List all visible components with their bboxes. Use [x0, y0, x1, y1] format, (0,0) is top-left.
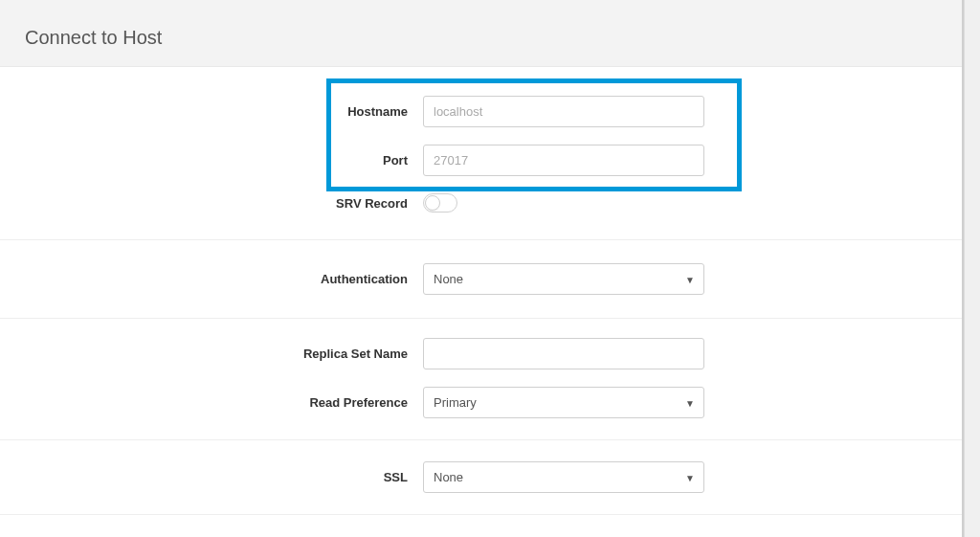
- page-title: Connect to Host: [25, 27, 955, 49]
- authentication-select[interactable]: None: [423, 263, 704, 295]
- row-srv: SRV Record: [0, 193, 980, 213]
- row-hostname: Hostname: [0, 96, 980, 127]
- port-label: Port: [0, 153, 423, 168]
- ssl-label: SSL: [0, 470, 423, 484]
- section-authentication: Authentication None ▼: [0, 240, 980, 319]
- srv-toggle[interactable]: [423, 193, 457, 213]
- read-preference-select[interactable]: Primary: [423, 387, 704, 418]
- read-preference-label: Read Preference: [0, 395, 423, 410]
- replica-set-label: Replica Set Name: [0, 347, 423, 361]
- section-ssl: SSL None ▼: [0, 440, 980, 515]
- section-host: Hostname Port SRV Record: [0, 67, 980, 240]
- row-ssl: SSL None ▼: [0, 461, 980, 493]
- srv-label: SRV Record: [0, 196, 423, 211]
- ssl-select[interactable]: None: [423, 461, 704, 493]
- form-area: Hostname Port SRV Record Authentication: [0, 67, 980, 515]
- section-replica: Replica Set Name Read Preference Primary…: [0, 319, 980, 440]
- toggle-knob-icon: [425, 195, 440, 211]
- replica-set-input[interactable]: [423, 338, 704, 369]
- hostname-input[interactable]: [423, 96, 704, 127]
- row-replica-set: Replica Set Name: [0, 338, 980, 369]
- row-read-preference: Read Preference Primary ▼: [0, 387, 980, 418]
- port-input[interactable]: [423, 145, 704, 176]
- row-authentication: Authentication None ▼: [0, 263, 980, 295]
- hostname-label: Hostname: [0, 104, 423, 119]
- authentication-label: Authentication: [0, 272, 423, 286]
- header: Connect to Host: [0, 0, 980, 67]
- row-port: Port: [0, 145, 980, 176]
